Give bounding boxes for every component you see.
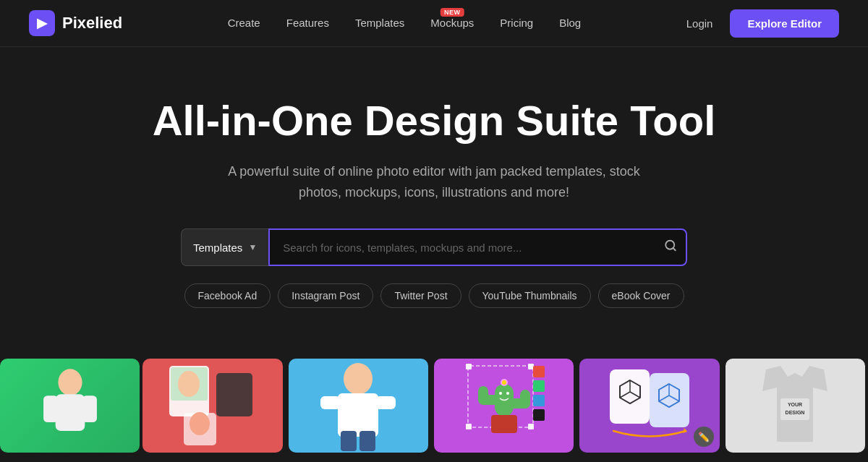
edit-badge: ✏️: [694, 427, 714, 447]
nav-templates[interactable]: Templates: [355, 17, 404, 29]
svg-point-2: [58, 369, 82, 396]
features-row: ound Remover Photo Editing: [0, 359, 868, 462]
svg-point-12: [344, 363, 373, 395]
svg-rect-25: [478, 386, 488, 405]
tag-facebook-ad[interactable]: Facebook Ad: [184, 283, 271, 308]
svg-rect-9: [216, 373, 252, 416]
brand-name: Pixelied: [62, 14, 122, 33]
print-illustration: YOUR DESIGN: [748, 359, 842, 453]
login-link[interactable]: Login: [686, 17, 713, 30]
dropdown-label: Templates: [193, 241, 242, 254]
nav-blog[interactable]: Blog: [559, 17, 581, 29]
search-icon: [664, 239, 677, 252]
svg-point-8: [178, 371, 200, 397]
brand-logo[interactable]: ▶ Pixelied: [29, 10, 122, 36]
svg-rect-27: [520, 390, 530, 408]
feature-bg-remover[interactable]: ound Remover: [0, 359, 140, 462]
svg-rect-14: [320, 396, 341, 409]
tag-instagram-post[interactable]: Instagram Post: [278, 283, 373, 308]
svg-rect-37: [610, 369, 650, 424]
mockups-illustration: [307, 359, 409, 453]
tag-twitter-post[interactable]: Twitter Post: [380, 283, 461, 308]
logo-icon: ▶: [29, 10, 55, 36]
navbar: ▶ Pixelied Create Features Templates NEW…: [0, 0, 868, 47]
nav-mockups-link[interactable]: Mockups: [430, 17, 474, 29]
svg-text:DESIGN: DESIGN: [786, 410, 805, 415]
svg-text:YOUR: YOUR: [788, 402, 802, 407]
nav-links: Create Features Templates NEW Mockups Pr…: [228, 17, 582, 30]
svg-rect-19: [466, 364, 472, 369]
feature-photo-editing[interactable]: Photo Editing: [140, 359, 285, 462]
feature-svg-icons[interactable]: SVG Icons: [431, 359, 576, 462]
tag-ebook-cover[interactable]: eBook Cover: [598, 283, 684, 308]
svg-rect-16: [341, 431, 357, 451]
chevron-down-icon: ▼: [248, 242, 257, 252]
svg-rect-42: [650, 373, 689, 427]
svg-point-30: [506, 392, 509, 395]
svg-rect-13: [338, 393, 378, 437]
svg-rect-35: [533, 395, 545, 406]
search-container: Templates ▼: [181, 228, 687, 266]
nav-pricing[interactable]: Pricing: [500, 17, 533, 29]
quick-tags: Facebook Ad Instagram Post Twitter Post …: [184, 283, 684, 308]
svg-rect-4: [43, 396, 58, 423]
feature-svg-editor[interactable]: ✏️ SVG Editor: [576, 359, 722, 462]
nav-right: Login Explore Editor: [686, 9, 839, 38]
svg-line-1: [673, 248, 675, 250]
explore-editor-button[interactable]: Explore Editor: [730, 9, 839, 38]
search-button[interactable]: [664, 239, 677, 256]
svg-editor-illustration: [599, 359, 700, 453]
hero-subtitle: A powerful suite of online photo editor …: [217, 161, 651, 203]
nav-create[interactable]: Create: [228, 17, 260, 29]
hero-title: All-in-One Design Suite Tool: [153, 98, 716, 144]
svg-rect-17: [359, 431, 375, 451]
hero-section: All-in-One Design Suite Tool A powerful …: [0, 47, 868, 330]
feature-mockups[interactable]: Mockups: [286, 359, 431, 462]
svg-rect-20: [528, 364, 534, 369]
svg-rect-28: [491, 415, 517, 433]
svg-rect-34: [533, 380, 545, 392]
svg-point-29: [499, 392, 502, 395]
search-input[interactable]: [268, 228, 687, 266]
bg-remover-illustration: [34, 362, 106, 449]
photo-editing-illustration: [162, 359, 263, 453]
svg-icons-illustration: [454, 359, 555, 453]
new-badge: NEW: [441, 8, 464, 17]
svg-point-32: [502, 380, 506, 385]
svg-rect-3: [55, 395, 85, 432]
svg-rect-15: [375, 396, 396, 409]
feature-print-demand[interactable]: YOUR DESIGN Print On De: [723, 359, 868, 462]
tag-youtube-thumbnails[interactable]: YouTube Thumbnails: [469, 283, 591, 308]
svg-rect-33: [533, 366, 545, 377]
svg-rect-22: [528, 424, 534, 429]
search-input-wrap: [268, 228, 687, 266]
svg-point-11: [190, 412, 210, 435]
search-dropdown[interactable]: Templates ▼: [181, 228, 268, 266]
nav-features[interactable]: Features: [286, 17, 329, 29]
svg-rect-36: [533, 409, 545, 421]
svg-rect-5: [82, 396, 96, 423]
svg-rect-21: [466, 424, 472, 429]
